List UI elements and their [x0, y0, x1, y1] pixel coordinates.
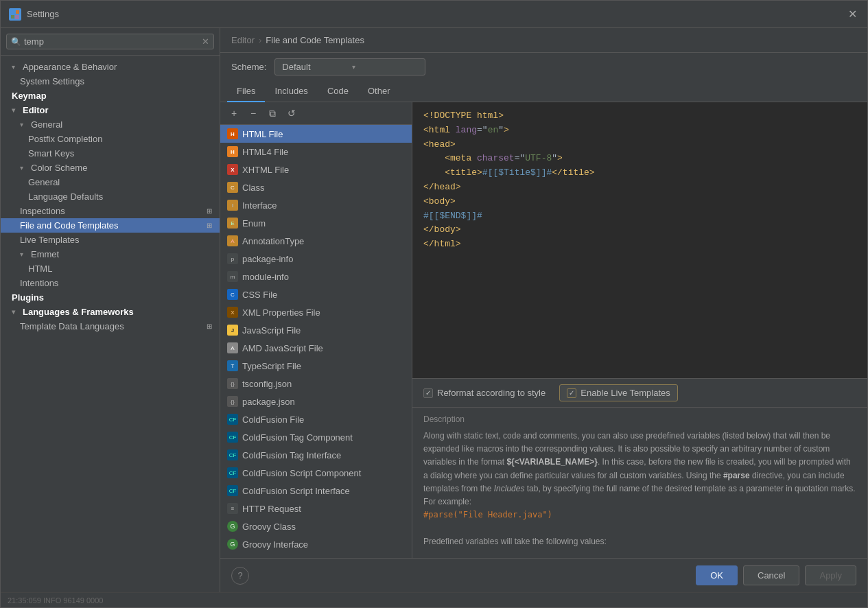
sidebar-item-html[interactable]: HTML: [1, 261, 220, 276]
list-item[interactable]: {} package.json: [220, 393, 412, 410]
file-item-label: ColdFusion Tag Interface: [242, 450, 341, 460]
list-item[interactable]: C CSS File: [220, 285, 412, 303]
file-icon: H: [227, 146, 238, 157]
sidebar-item-label: HTML: [28, 264, 214, 274]
sidebar-item-color-scheme[interactable]: ▾ Color Scheme: [1, 161, 220, 175]
sidebar-item-postfix[interactable]: Postfix Completion: [1, 132, 220, 146]
file-icon: H: [227, 128, 238, 139]
list-item[interactable]: CF ColdFusion Tag Interface: [220, 446, 412, 464]
help-button[interactable]: ?: [231, 567, 249, 585]
sidebar-item-label: Appearance & Behavior: [23, 62, 214, 72]
list-item[interactable]: CF ColdFusion File: [220, 410, 412, 428]
ok-button[interactable]: OK: [696, 565, 738, 585]
tab-other[interactable]: Other: [358, 81, 400, 102]
sidebar-item-label: Postfix Completion: [28, 134, 214, 144]
sidebar-item-languages[interactable]: ▾ Languages & Frameworks: [1, 305, 220, 319]
list-item[interactable]: C Class: [220, 178, 412, 196]
sidebar-item-emmet[interactable]: ▾ Emmet: [1, 247, 220, 261]
breadcrumb-parent: Editor: [231, 35, 255, 45]
live-templates-checkbox[interactable]: [567, 388, 576, 398]
list-item[interactable]: J JavaScript File: [220, 321, 412, 339]
file-icon: {}: [227, 378, 238, 389]
list-item[interactable]: CF ColdFusion Script Interface: [220, 482, 412, 500]
sidebar-item-plugins[interactable]: Plugins: [1, 290, 220, 305]
list-item[interactable]: E Enum: [220, 214, 412, 232]
list-item[interactable]: X XHTML File: [220, 161, 412, 178]
list-item[interactable]: {} tsconfig.json: [220, 375, 412, 393]
file-item-label: package.json: [242, 397, 295, 407]
file-item-label: JavaScript File: [242, 325, 301, 336]
file-list-panel: + − ⧉ ↺ H HTML File H HTML4 File: [220, 102, 412, 558]
list-item[interactable]: I Interface: [220, 196, 412, 214]
list-item[interactable]: ≡ HTTP Request: [220, 500, 412, 517]
content-area: + − ⧉ ↺ H HTML File H HTML4 File: [220, 102, 867, 558]
badge-icon: ⊞: [204, 322, 214, 331]
sidebar-item-system-settings[interactable]: System Settings: [1, 74, 220, 89]
list-item[interactable]: G Groovy Class: [220, 517, 412, 535]
list-item[interactable]: G Groovy Interface: [220, 535, 412, 553]
list-item[interactable]: H HTML4 File: [220, 143, 412, 161]
sidebar-item-editor[interactable]: ▾ Editor: [1, 103, 220, 117]
right-panel: Editor › File and Code Templates Scheme:…: [220, 28, 867, 592]
file-item-label: HTML File: [242, 129, 283, 139]
breadcrumb-separator: ›: [259, 35, 261, 45]
list-item[interactable]: H HTML File: [220, 125, 412, 143]
sidebar-item-label: General: [31, 119, 214, 130]
sidebar-item-label: Plugins: [12, 292, 214, 303]
sidebar-item-live-templates[interactable]: Live Templates: [1, 233, 220, 247]
file-icon: ≡: [227, 503, 238, 514]
list-item[interactable]: T TypeScript File: [220, 357, 412, 375]
file-item-label: HTTP Request: [242, 504, 301, 514]
sidebar-item-file-templates[interactable]: File and Code Templates ⊞: [1, 218, 220, 233]
add-template-button[interactable]: +: [226, 105, 242, 121]
scheme-label: Scheme:: [231, 62, 266, 72]
sidebar-item-label: General: [28, 177, 214, 187]
sidebar-item-appearance[interactable]: ▾ Appearance & Behavior: [1, 60, 220, 74]
file-item-label: TypeScript File: [242, 361, 301, 371]
tab-files[interactable]: Files: [227, 81, 265, 102]
remove-template-button[interactable]: −: [245, 105, 261, 121]
sidebar-item-intentions[interactable]: Intentions: [1, 276, 220, 290]
cancel-button[interactable]: Cancel: [743, 565, 799, 585]
sidebar-item-lang-defaults[interactable]: Language Defaults: [1, 189, 220, 204]
file-icon: m: [227, 271, 238, 282]
list-item[interactable]: CF ColdFusion Script Component: [220, 464, 412, 482]
list-item[interactable]: A AnnotationType: [220, 232, 412, 250]
search-clear-icon[interactable]: ✕: [202, 36, 209, 47]
file-icon: T: [227, 360, 238, 371]
sidebar-item-inspections[interactable]: Inspections ⊞: [1, 204, 220, 218]
list-item[interactable]: A AMD JavaScript File: [220, 339, 412, 357]
list-item[interactable]: CF ColdFusion Tag Component: [220, 428, 412, 446]
copy-template-button[interactable]: ⧉: [264, 105, 281, 121]
tabs-bar: Files Includes Code Other: [220, 81, 867, 102]
sidebar-item-template-data[interactable]: Template Data Languages ⊞: [1, 319, 220, 334]
search-icon: 🔍: [11, 37, 21, 47]
list-item[interactable]: m module-info: [220, 268, 412, 285]
code-line: <!DOCTYPE html>: [423, 109, 856, 124]
tab-includes[interactable]: Includes: [265, 81, 317, 102]
list-item[interactable]: X XML Properties File: [220, 303, 412, 321]
file-item-label: ColdFusion Tag Component: [242, 432, 353, 443]
status-text: 21:35:059 INFO 96149 0000: [8, 596, 103, 605]
file-item-label: CSS File: [242, 290, 277, 300]
enable-live-templates-button[interactable]: Enable Live Templates: [559, 384, 678, 401]
code-editor[interactable]: <!DOCTYPE html> <html lang="en"> <head> …: [412, 102, 867, 378]
scheme-select[interactable]: Default ▾: [274, 58, 425, 75]
tab-code[interactable]: Code: [318, 81, 358, 102]
file-item-label: package-info: [242, 254, 293, 264]
sidebar-item-keymap[interactable]: Keymap: [1, 89, 220, 103]
sidebar-item-smart-keys[interactable]: Smart Keys: [1, 146, 220, 161]
scheme-row: Scheme: Default ▾: [220, 53, 867, 81]
list-item[interactable]: p package-info: [220, 250, 412, 268]
apply-button[interactable]: Apply: [805, 565, 856, 585]
sidebar-item-general2[interactable]: General: [1, 175, 220, 189]
sidebar-item-general[interactable]: ▾ General: [1, 117, 220, 132]
reformat-checkbox[interactable]: [423, 388, 433, 398]
file-icon: A: [227, 235, 238, 246]
reformat-checkbox-wrap[interactable]: Reformat according to style: [423, 388, 546, 398]
close-button[interactable]: ✕: [845, 8, 859, 21]
file-icon: {}: [227, 396, 238, 407]
search-input[interactable]: [24, 36, 202, 47]
search-input-wrap[interactable]: 🔍 ✕: [6, 34, 214, 49]
reset-template-button[interactable]: ↺: [283, 105, 300, 121]
